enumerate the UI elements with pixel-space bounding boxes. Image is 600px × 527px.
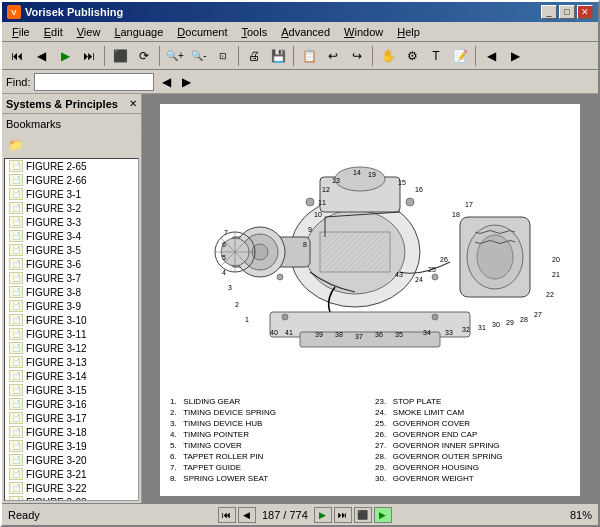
bookmark-icon: 📄 xyxy=(9,272,23,284)
svg-text:11: 11 xyxy=(318,199,326,206)
sidebar-item[interactable]: 📄FIGURE 3-2 xyxy=(5,201,138,215)
sidebar-item-label: FIGURE 3-20 xyxy=(26,455,87,466)
part-item: 26. GOVERNOR END CAP xyxy=(375,429,570,440)
prev-nav-btn2[interactable]: ◀ xyxy=(480,45,502,67)
main-area: Systems & Principles ✕ Bookmarks 📁 📄FIGU… xyxy=(2,94,598,503)
sidebar-item[interactable]: 📄FIGURE 3-12 xyxy=(5,341,138,355)
svg-text:29: 29 xyxy=(506,319,514,326)
part-item: 8. SPRING LOWER SEAT xyxy=(170,473,365,484)
page-indicator: 187 / 774 xyxy=(258,509,312,521)
find-next-button[interactable]: ▶ xyxy=(178,74,194,90)
sidebar-item[interactable]: 📄FIGURE 3-22 xyxy=(5,481,138,495)
sidebar-item[interactable]: 📄FIGURE 3-3 xyxy=(5,215,138,229)
sidebar-list[interactable]: 📄FIGURE 2-65📄FIGURE 2-66📄FIGURE 3-1📄FIGU… xyxy=(4,158,139,501)
nav-first-button[interactable]: ⏮ xyxy=(6,45,28,67)
sidebar-item[interactable]: 📄FIGURE 3-14 xyxy=(5,369,138,383)
stop-button[interactable]: ⬛ xyxy=(109,45,131,67)
svg-text:38: 38 xyxy=(335,331,343,338)
sidebar-item[interactable]: 📄FIGURE 3-15 xyxy=(5,383,138,397)
status-stop-button[interactable]: ⬛ xyxy=(354,507,372,523)
undo-button[interactable]: ↩ xyxy=(322,45,344,67)
status-prev-button[interactable]: ◀ xyxy=(238,507,256,523)
status-first-button[interactable]: ⏮ xyxy=(218,507,236,523)
sidebar-item[interactable]: 📄FIGURE 3-4 xyxy=(5,229,138,243)
menu-tools[interactable]: Tools xyxy=(235,25,273,39)
annotate-button[interactable]: 📝 xyxy=(449,45,471,67)
maximize-button[interactable]: □ xyxy=(559,5,575,19)
find-prev-button[interactable]: ◀ xyxy=(158,74,174,90)
menu-view[interactable]: View xyxy=(71,25,107,39)
svg-text:43: 43 xyxy=(395,271,403,278)
sidebar-item[interactable]: 📄FIGURE 3-18 xyxy=(5,425,138,439)
part-item: 28. GOVERNOR OUTER SPRING xyxy=(375,451,570,462)
zoom-in-button[interactable]: 🔍+ xyxy=(164,45,186,67)
menu-edit[interactable]: Edit xyxy=(38,25,69,39)
title-bar-left: V Vorisek Publishing xyxy=(7,5,123,19)
sidebar-item[interactable]: 📄FIGURE 3-17 xyxy=(5,411,138,425)
svg-text:36: 36 xyxy=(375,331,383,338)
redo-button[interactable]: ↪ xyxy=(346,45,368,67)
copy-button[interactable]: 📋 xyxy=(298,45,320,67)
sidebar-item-label: FIGURE 3-12 xyxy=(26,343,87,354)
text-button[interactable]: T xyxy=(425,45,447,67)
minimize-button[interactable]: _ xyxy=(541,5,557,19)
bookmark-icon: 📄 xyxy=(9,230,23,242)
save-button[interactable]: 💾 xyxy=(267,45,289,67)
nav-prev-button[interactable]: ◀ xyxy=(30,45,52,67)
sidebar-item[interactable]: 📄FIGURE 2-66 xyxy=(5,173,138,187)
next-nav-btn2[interactable]: ▶ xyxy=(504,45,526,67)
status-play-button[interactable]: ▶ xyxy=(374,507,392,523)
svg-text:15: 15 xyxy=(398,179,406,186)
menu-help[interactable]: Help xyxy=(391,25,426,39)
sidebar-close-button[interactable]: ✕ xyxy=(129,98,137,109)
sidebar-item[interactable]: 📄FIGURE 3-7 xyxy=(5,271,138,285)
bookmark-icon: 📄 xyxy=(9,482,23,494)
bookmark-icon: 📄 xyxy=(9,454,23,466)
sidebar-item[interactable]: 📄FIGURE 3-20 xyxy=(5,453,138,467)
part-item: 1. SLIDING GEAR xyxy=(170,396,365,407)
sidebar-item[interactable]: 📄FIGURE 3-21 xyxy=(5,467,138,481)
nav-last-button[interactable]: ⏭ xyxy=(78,45,100,67)
sidebar-item-label: FIGURE 3-16 xyxy=(26,399,87,410)
menu-window[interactable]: Window xyxy=(338,25,389,39)
nav-next-button[interactable]: ▶ xyxy=(54,45,76,67)
refresh-button[interactable]: ⟳ xyxy=(133,45,155,67)
sidebar-item[interactable]: 📄FIGURE 3-8 xyxy=(5,285,138,299)
sidebar-item[interactable]: 📄FIGURE 3-1 xyxy=(5,187,138,201)
svg-text:8: 8 xyxy=(303,241,307,248)
menu-advanced[interactable]: Advanced xyxy=(275,25,336,39)
sidebar-item[interactable]: 📄FIGURE 3-13 xyxy=(5,355,138,369)
close-button[interactable]: ✕ xyxy=(577,5,593,19)
sidebar-item[interactable]: 📄FIGURE 3-6 xyxy=(5,257,138,271)
zoom-out-button[interactable]: 🔍- xyxy=(188,45,210,67)
sidebar-item[interactable]: 📄FIGURE 3-16 xyxy=(5,397,138,411)
sidebar-item[interactable]: 📄FIGURE 3-19 xyxy=(5,439,138,453)
hand-button[interactable]: ✋ xyxy=(377,45,399,67)
status-last-button[interactable]: ⏭ xyxy=(334,507,352,523)
bookmark-icon: 📄 xyxy=(9,174,23,186)
sidebar-item[interactable]: 📄FIGURE 3-10 xyxy=(5,313,138,327)
sidebar-item[interactable]: 📄FIGURE 3-11 xyxy=(5,327,138,341)
sidebar-item[interactable]: 📄FIGURE 3-23 xyxy=(5,495,138,501)
menu-file[interactable]: File xyxy=(6,25,36,39)
sidebar-item[interactable]: 📄FIGURE 3-9 xyxy=(5,299,138,313)
fit-button[interactable]: ⊡ xyxy=(212,45,234,67)
menu-document[interactable]: Document xyxy=(171,25,233,39)
svg-point-21 xyxy=(277,274,283,280)
sidebar-item-label: FIGURE 3-21 xyxy=(26,469,87,480)
menu-language[interactable]: Language xyxy=(108,25,169,39)
sidebar-folder-button[interactable]: 📁 xyxy=(6,137,24,153)
sidebar-tab: Systems & Principles ✕ xyxy=(2,94,141,114)
find-input[interactable] xyxy=(34,73,154,91)
svg-text:37: 37 xyxy=(355,333,363,340)
print-button[interactable]: 🖨 xyxy=(243,45,265,67)
sidebar-item[interactable]: 📄FIGURE 2-65 xyxy=(5,159,138,173)
content-scroll[interactable]: 14 19 13 12 11 10 9 8 7 6 5 xyxy=(142,94,598,503)
part-item: 25. GOVERNOR COVER xyxy=(375,418,570,429)
part-item: 23. STOP PLATE xyxy=(375,396,570,407)
sidebar-item[interactable]: 📄FIGURE 3-5 xyxy=(5,243,138,257)
select-button[interactable]: ⚙ xyxy=(401,45,423,67)
bookmark-icon: 📄 xyxy=(9,398,23,410)
sidebar-item-label: FIGURE 3-10 xyxy=(26,315,87,326)
status-next-button[interactable]: ▶ xyxy=(314,507,332,523)
